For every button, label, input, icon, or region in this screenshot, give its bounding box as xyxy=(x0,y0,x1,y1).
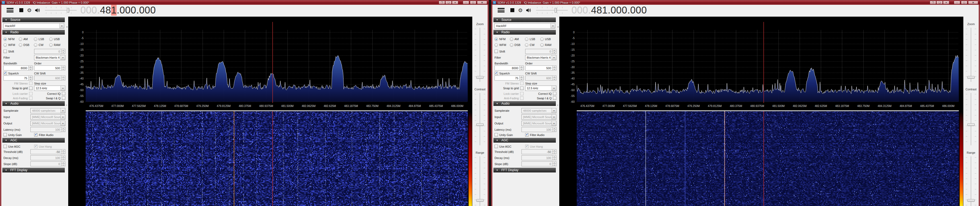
frequency-highlighted-digit[interactable]: 1 xyxy=(111,5,117,16)
waterfall[interactable] xyxy=(577,110,959,206)
window-manager-button-1[interactable]: ❐ xyxy=(439,1,445,4)
radio-panel-header[interactable]: ▼Radio xyxy=(2,30,65,35)
source-device-select[interactable]: HackRF▼ xyxy=(495,23,555,29)
source-device-select[interactable]: HackRF▼ xyxy=(3,23,64,29)
fm-stereo-checkbox[interactable] xyxy=(29,82,32,85)
spinner-buttons[interactable]: ▲▼ xyxy=(552,162,556,166)
audio-output-select[interactable]: [MME] Microsoft Soun▼ xyxy=(30,121,65,126)
range-slider-thumb[interactable] xyxy=(476,199,484,202)
mode-option-lsb[interactable]: LSB xyxy=(525,36,540,42)
range-slider[interactable] xyxy=(475,156,485,206)
latency-input[interactable]: 100▲▼ xyxy=(30,127,65,132)
maximize-button[interactable]: ▢ xyxy=(470,1,476,4)
swap-iq-checkbox[interactable] xyxy=(553,97,556,100)
spinner-buttons[interactable]: ▲▼ xyxy=(61,162,65,166)
spinner-buttons[interactable]: ▲▼ xyxy=(28,76,32,80)
window-manager-button-1[interactable]: ❐ xyxy=(930,1,936,4)
radio-button[interactable] xyxy=(540,38,544,41)
chevron-down-icon[interactable]: ▼ xyxy=(60,86,65,90)
frequency-digits[interactable]: 48 xyxy=(100,5,111,16)
chevron-down-icon[interactable]: ▼ xyxy=(552,55,556,60)
frequency-display[interactable]: 000.481.000.000 xyxy=(80,5,156,16)
minimize-button[interactable]: — xyxy=(954,1,960,4)
radio-button[interactable] xyxy=(510,43,513,47)
chevron-down-icon[interactable]: ▼ xyxy=(60,115,65,119)
decay-input[interactable]: 100▲▼ xyxy=(522,155,556,160)
contrast-slider[interactable] xyxy=(475,93,485,145)
frequency-dim-digits[interactable]: 000. xyxy=(571,5,591,16)
frequency-display[interactable]: 000.481.000.000 xyxy=(571,5,647,16)
chevron-down-icon[interactable]: ▼ xyxy=(552,121,556,126)
mode-option-lsb[interactable]: LSB xyxy=(34,36,49,42)
close-button[interactable]: ✕ xyxy=(477,1,487,4)
volume-thumb[interactable] xyxy=(555,8,557,13)
use-agc-checkbox[interactable] xyxy=(495,145,498,148)
radio-button[interactable] xyxy=(525,38,528,41)
frequency-digits-tail[interactable]: .000.000 xyxy=(608,5,647,16)
mode-option-wfm[interactable]: WFM xyxy=(3,42,19,48)
spinner-buttons[interactable]: ▲▼ xyxy=(28,66,32,70)
range-slider-thumb[interactable] xyxy=(967,199,975,202)
splitter-grip[interactable]: ≡ xyxy=(66,104,67,106)
window-manager-button-2[interactable]: ❏ xyxy=(445,1,452,4)
volume-thumb[interactable] xyxy=(67,8,69,13)
audio-panel-header[interactable]: ▼Audio xyxy=(493,101,556,106)
use-hang-checkbox[interactable] xyxy=(34,145,38,148)
audio-output-select[interactable]: [MME] Microsoft Soun▼ xyxy=(522,121,556,126)
sidebar-splitter[interactable]: ◄ ≡ xyxy=(65,17,68,206)
volume-slider[interactable] xyxy=(45,7,77,14)
collapse-sidebar-icon[interactable]: ◄ xyxy=(557,25,559,29)
correct-iq-checkbox[interactable] xyxy=(553,92,556,95)
zoom-slider[interactable] xyxy=(966,28,976,82)
volume-track[interactable] xyxy=(45,10,77,11)
source-panel-header[interactable]: ▼Source xyxy=(2,17,65,22)
radio-button[interactable] xyxy=(34,43,37,47)
radio-button[interactable] xyxy=(3,38,7,41)
mode-option-dsb[interactable]: DSB xyxy=(19,42,34,48)
frequency-dim-digits[interactable]: 000. xyxy=(80,5,100,16)
radio-button[interactable] xyxy=(19,38,22,41)
contrast-slider-thumb[interactable] xyxy=(476,124,484,126)
chevron-down-icon[interactable]: ▼ xyxy=(60,55,65,60)
spectrum-plot[interactable] xyxy=(577,22,959,103)
samplerate-select[interactable]: 48000 sample/sec▼ xyxy=(30,108,65,113)
splitter-grip[interactable]: ≡ xyxy=(557,104,558,106)
use-hang-checkbox[interactable] xyxy=(525,145,528,148)
spinner-buttons[interactable]: ▲▼ xyxy=(519,76,523,80)
audio-input-select[interactable]: [MME] Microsoft Soun▼ xyxy=(522,114,556,120)
slider-track[interactable] xyxy=(480,156,480,206)
contrast-slider-thumb[interactable] xyxy=(967,124,975,126)
mode-option-usb[interactable]: USB xyxy=(540,36,555,42)
radio-button[interactable] xyxy=(510,38,513,41)
chevron-down-icon[interactable]: ▼ xyxy=(550,24,555,28)
threshold-input[interactable]: -50▲▼ xyxy=(522,149,556,154)
menu-button[interactable] xyxy=(6,8,13,13)
spinner-buttons[interactable]: ▲▼ xyxy=(61,49,65,54)
cw-shift-input[interactable]: 600▲▼ xyxy=(34,76,65,81)
spinner-buttons[interactable]: ▲▼ xyxy=(519,66,523,70)
frequency-digits-tail[interactable]: .000.000 xyxy=(117,5,156,16)
fm-stereo-checkbox[interactable] xyxy=(520,82,523,85)
spinner-buttons[interactable]: ▲▼ xyxy=(61,149,65,154)
titlebar[interactable]: ∿ SDR# v1.0.0.1328 - IQ Imbalance: Gain … xyxy=(491,0,980,5)
menu-button[interactable] xyxy=(498,8,504,13)
stop-button[interactable] xyxy=(19,8,23,12)
settings-gear-icon[interactable]: ⚙ xyxy=(27,8,32,13)
latency-input[interactable]: 100▲▼ xyxy=(522,127,556,132)
squelch-checkbox[interactable] xyxy=(495,71,498,75)
spinner-buttons[interactable]: ▲▼ xyxy=(552,49,556,54)
cw-shift-input[interactable]: 600▲▼ xyxy=(525,76,556,81)
anti-fading-checkbox[interactable] xyxy=(520,97,523,100)
decay-input[interactable]: 100▲▼ xyxy=(30,155,65,160)
bandwidth-input[interactable]: 8000▲▼ xyxy=(495,65,523,71)
mode-option-usb[interactable]: USB xyxy=(49,36,65,42)
radio-button[interactable] xyxy=(19,43,22,47)
slope-input[interactable]: 0▲▼ xyxy=(30,162,65,166)
spinner-buttons[interactable]: ▲▼ xyxy=(552,127,556,132)
mode-option-am[interactable]: AM xyxy=(510,36,525,42)
mode-option-wfm[interactable]: WFM xyxy=(495,42,510,48)
chevron-down-icon[interactable]: ▼ xyxy=(60,108,65,113)
fft-display-panel-header[interactable]: ▼FFT Display xyxy=(493,168,556,173)
pin-button[interactable]: ✦ xyxy=(452,1,458,4)
radio-button[interactable] xyxy=(3,43,7,47)
